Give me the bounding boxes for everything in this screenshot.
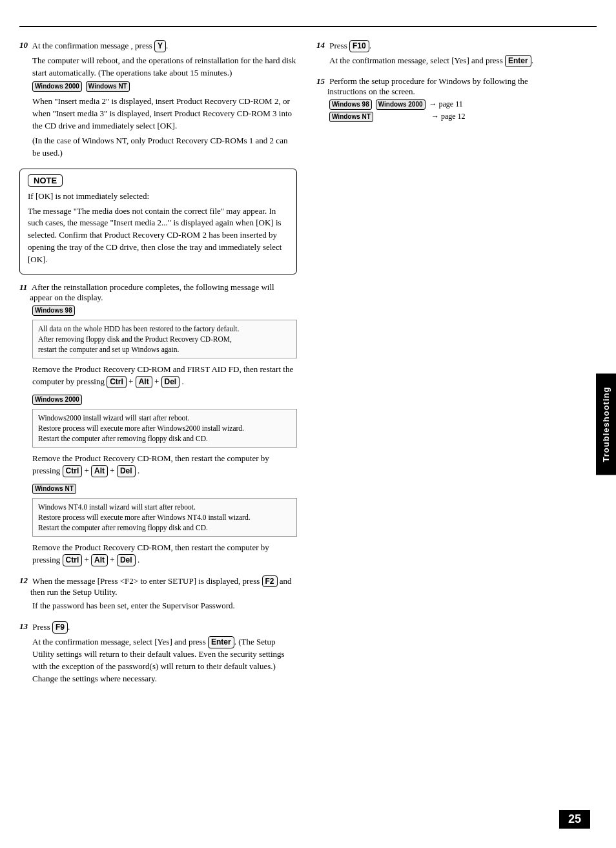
key-del-1: Del: [161, 376, 180, 388]
key-alt-1: Alt: [136, 376, 152, 388]
step-12-body2: If the password has been set, enter the …: [32, 600, 297, 612]
key-f2: F2: [262, 575, 278, 588]
step-11-num: 11: [19, 282, 27, 293]
win2000-badge-11: Windows 2000: [32, 395, 82, 405]
win98-after-text: Remove the Product Recovery CD-ROM and F…: [32, 364, 297, 388]
key-del-3: Del: [117, 554, 136, 566]
note-intro: If [OK] is not immediately selected:: [28, 191, 289, 203]
step-15-num: 15: [316, 76, 325, 87]
pageref-12: → page 12: [431, 112, 466, 121]
page-number-area: 25: [559, 810, 590, 829]
winnt-badge-11: Windows NT: [32, 484, 76, 494]
win98-info-box: All data on the whole HDD has been resto…: [32, 320, 297, 358]
key-f10: F10: [349, 40, 369, 52]
win2000-os-row: Windows 2000: [32, 395, 297, 405]
win98-badge: Windows 98: [32, 305, 75, 316]
win2000-after-text: Remove the Product Recovery CD-ROM, then…: [32, 453, 297, 477]
key-f9: F9: [52, 621, 68, 634]
step-13-block: 13 Press F9. At the confirmation message…: [19, 621, 297, 685]
step-15-os-row2: Windows NT → page 12: [329, 112, 562, 122]
step-14-num: 14: [316, 40, 325, 50]
step-10-os-row: Windows 2000 Windows NT: [32, 81, 297, 92]
winnt-os-row: Windows NT: [32, 484, 297, 494]
step-15-os-row1: Windows 98 Windows 2000 → page 11: [329, 99, 562, 110]
key-ctrl-2: Ctrl: [63, 465, 83, 477]
step-13-num: 13: [19, 621, 28, 632]
page-number: 25: [559, 810, 590, 829]
step-14-block: 14 Press F10. At the confirmation messag…: [316, 40, 562, 67]
note-label: NOTE: [28, 174, 63, 187]
step-10-os-body: When "Insert media 2" is displayed, inse…: [32, 96, 297, 132]
os-win2000-badge: Windows 2000: [32, 81, 82, 92]
step-15-content: Windows 98 Windows 2000 → page 11 Window…: [329, 99, 562, 122]
page: Troubleshooting 10 At the confirmation m…: [0, 0, 616, 848]
step-14-content: At the confirmation message, select [Yes…: [329, 55, 562, 67]
os-winnt-15: Windows NT: [329, 112, 373, 122]
key-alt-3: Alt: [91, 554, 108, 566]
left-col: 10 At the confirmation message , press Y…: [19, 40, 310, 694]
step-15-block: 15 Perform the setup procedure for Windo…: [316, 76, 562, 122]
key-enter-2: Enter: [505, 55, 531, 67]
step-15-header: 15 Perform the setup procedure for Windo…: [316, 76, 562, 97]
step-12-block: 12 When the message [Press <F2> to enter…: [19, 575, 297, 613]
step-14-header: 14 Press F10.: [316, 40, 562, 52]
step-10-header: 10 At the confirmation message , press Y…: [19, 40, 297, 52]
win2000-info-box: Windows2000 install wizard will start af…: [32, 409, 297, 448]
step-10-content: The computer will reboot, and the operat…: [32, 55, 297, 160]
right-col: 14 Press F10. At the confirmation messag…: [310, 40, 562, 694]
step-13-header: 13 Press F9.: [19, 621, 297, 634]
os-win98-15: Windows 98: [329, 99, 372, 110]
os-winnt-badge: Windows NT: [86, 81, 130, 92]
winnt-info-box: Windows NT4.0 install wizard will start …: [32, 498, 297, 537]
step-13-content: At the confirmation message, select [Yes…: [32, 636, 297, 685]
step-14-body: At the confirmation message, select [Yes…: [329, 55, 562, 67]
step-10-num: 10: [19, 40, 28, 50]
step-11-text: After the reinstallation procedure compl…: [30, 282, 297, 303]
key-del-2: Del: [117, 465, 136, 477]
pageref-11: → page 11: [429, 99, 463, 109]
step-13-body: At the confirmation message, select [Yes…: [32, 636, 297, 685]
step-15-text: Perform the setup procedure for Windows …: [327, 76, 562, 97]
step-11-header: 11 After the reinstallation procedure co…: [19, 282, 297, 303]
step-12-content: If the password has been set, enter the …: [32, 600, 297, 612]
note-body: The message "The media does not contain …: [28, 205, 289, 266]
content-area: 10 At the confirmation message , press Y…: [0, 27, 616, 707]
winnt-after-text: Remove the Product Recovery CD-ROM, then…: [32, 542, 297, 566]
step-10-body: The computer will reboot, and the operat…: [32, 55, 297, 79]
key-enter-1: Enter: [208, 636, 234, 648]
step-11-content: Windows 98 All data on the whole HDD has…: [32, 305, 297, 566]
key-ctrl-3: Ctrl: [63, 554, 83, 566]
step-10-block: 10 At the confirmation message , press Y…: [19, 40, 297, 160]
troubleshooting-tab: Troubleshooting: [596, 373, 616, 475]
step-10-os-body2: (In the case of Windows NT, only Product…: [32, 135, 297, 160]
os-win2000-15: Windows 2000: [376, 99, 426, 110]
key-y: Y: [154, 40, 166, 52]
step-12-text: When the message [Press <F2> to enter SE…: [30, 575, 297, 598]
step-12-header: 12 When the message [Press <F2> to enter…: [19, 575, 297, 598]
win98-os-row: Windows 98: [32, 305, 297, 316]
step-13-text: Press F9.: [30, 621, 70, 634]
step-11-block: 11 After the reinstallation procedure co…: [19, 282, 297, 566]
step-12-num: 12: [19, 575, 28, 586]
step-10-text: At the confirmation message , press Y.: [30, 40, 168, 52]
note-box: NOTE If [OK] is not immediately selected…: [19, 169, 297, 274]
step-14-text: Press F10.: [327, 40, 371, 52]
key-alt-2: Alt: [91, 465, 108, 477]
key-ctrl-1: Ctrl: [107, 376, 127, 388]
